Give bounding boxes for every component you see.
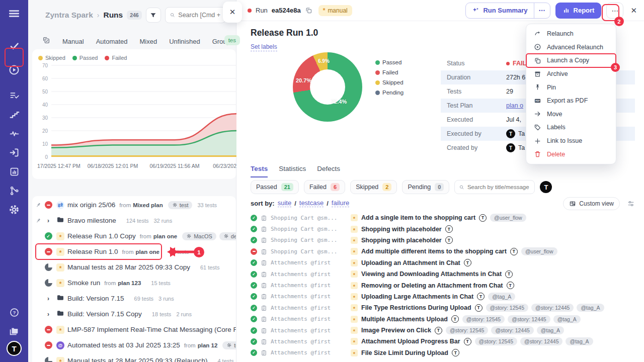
run-tag-badge[interactable]: MacOS [182,232,216,240]
test-row[interactable]: Attachments @first Uploading Large Attac… [251,291,641,302]
test-title[interactable]: Shopping with placeholder [361,226,442,233]
test-row[interactable]: Attachments @first Image Preview on Clic… [251,325,641,336]
run-list-item[interactable]: Manual tests at 28 Mar 2025 09:33 Copy 6… [32,259,236,275]
chevron-right-icon[interactable]: › [47,311,49,318]
test-title[interactable]: Attachment Upload Progress Bar [361,338,460,345]
run-summary-more-button[interactable]: ⋯ [534,3,550,18]
detail-tab[interactable]: Statistics [279,165,306,177]
test-tag-badge[interactable]: @story: 12445 [531,304,574,312]
test-tag-badge[interactable]: @tag_A [488,293,515,301]
test-row[interactable]: Shopping Cart @sm... Add multiple differ… [251,246,641,257]
test-title[interactable]: Multiple Attachments Upload [361,316,448,323]
test-row[interactable]: Attachments @first Viewing and Downloadi… [251,268,641,280]
run-list-item[interactable]: › Bravo milestone 124 tests 32 runs [32,213,236,228]
run-list-item[interactable]: Manual tests at 28 Mar 2025 09:33 (Relau… [32,353,236,362]
run-plan-link[interactable]: plan one [136,249,159,255]
sidebar-item-branches[interactable] [5,181,24,200]
detail-tab[interactable]: Defects [317,165,340,177]
test-tag-badge[interactable]: @story: 12545 [475,337,517,345]
more-actions-button[interactable]: ⋯ [606,3,623,19]
run-list-item[interactable]: Smoke run from plan 123 15 tests [32,275,236,291]
test-title[interactable]: File Size Limit During Upload [361,349,448,356]
test-tag-badge[interactable]: @tag_A [566,337,593,345]
run-plan-link[interactable]: plan 123 [118,280,141,286]
breadcrumb-project[interactable]: Zyntra Spark [45,11,93,20]
run-name[interactable]: Automated tests at 03 Jul 2025 13:25 [67,341,180,349]
run-tag-badge[interactable]: test [222,341,236,349]
menu-item[interactable]: Delete [526,147,616,161]
test-title[interactable]: Image Preview on Click [361,327,431,334]
test-filter-chip[interactable]: Failed6 [304,180,345,194]
sort-by-testcase[interactable]: testcase [299,199,324,207]
run-name[interactable]: Bravo milestone [67,217,116,224]
run-name[interactable]: Release Run 1.0 Copy [67,232,136,240]
report-button[interactable]: Report [555,3,602,19]
sidebar-item-testcases[interactable] [5,36,24,55]
runs-filter-tab[interactable]: Manual [62,38,84,45]
run-list-item[interactable]: Automated tests at 03 Jul 2025 13:25 fro… [32,337,236,353]
test-filter-chip[interactable]: Skipped2 [350,180,397,194]
test-tag-badge[interactable]: @tag_A [537,326,564,334]
custom-view-button[interactable]: Custom view [563,197,620,210]
menu-item[interactable]: Export as PDF [526,94,616,108]
menu-item[interactable]: Link to Issue [526,134,616,148]
test-tag-badge[interactable]: @story: 12545 [486,304,528,312]
test-tag-badge[interactable]: @story: 12445 [508,315,550,323]
test-tag-badge[interactable]: @story: 12545 [462,315,505,323]
sidebar-item-milestones[interactable] [5,105,24,124]
run-plan-link[interactable]: plan one [153,233,177,239]
run-list-item[interactable]: › Build: Version 7.15 69 tests 3 runs [32,291,236,306]
close-panel-button[interactable]: ✕ [223,2,242,23]
test-row[interactable]: Attachments @first File Size Limit Durin… [251,347,641,358]
select-all-icon[interactable] [42,36,50,46]
test-title[interactable]: Removing or Deleting an Attachment from … [361,282,503,289]
runs-filter-tab[interactable]: Mixed [140,38,157,45]
run-name[interactable]: Build: Version 7.15 [67,295,124,302]
chevron-right-icon[interactable]: › [47,295,49,302]
view-settings-icon[interactable] [627,200,635,210]
run-name[interactable]: LMP-587 Implement Real-Time Chat Messagi… [67,326,236,333]
test-filter-chip[interactable]: Pending0 [402,180,449,194]
run-name[interactable]: Manual tests at 28 Mar 2025 09:33 (Relau… [67,357,207,362]
runs-filter-tab[interactable]: Automated [96,38,128,45]
test-title[interactable]: Shopping with placeholder [361,237,442,244]
sidebar-item-reports[interactable] [5,162,24,181]
projects-icon[interactable] [5,322,24,341]
copy-run-id-icon[interactable] [305,7,312,14]
test-tag-badge[interactable]: @user_flow [521,247,557,255]
test-tag-badge[interactable]: @story: 12545 [446,326,488,334]
test-tag-badge[interactable]: @user_flow [490,214,526,222]
user-avatar[interactable]: T [7,341,22,356]
menu-item[interactable]: Archive [526,67,616,81]
tests-search-input[interactable] [454,180,535,194]
help-icon[interactable] [5,303,24,322]
run-name[interactable]: Smoke run [67,279,100,287]
test-row[interactable]: Shopping Cart @sm... Shopping with place… [251,223,641,234]
test-row[interactable]: Attachments @first File Type Restriction… [251,302,641,313]
menu-item[interactable]: Move [526,108,616,121]
menu-item[interactable]: Relaunch [526,27,616,41]
cut-tag-badge[interactable]: tes [224,35,240,45]
test-title[interactable]: Uploading Large Attachments in Chat [361,293,473,300]
run-list-item[interactable]: LMP-587 Implement Real-Time Chat Messagi… [32,322,236,337]
test-row[interactable]: Shopping Cart @sm... Add a single item t… [251,212,641,223]
runs-search-input[interactable] [165,7,226,23]
test-tag-badge[interactable]: @tag_A [577,304,604,312]
test-title[interactable]: Add multiple different items to the shop… [361,248,507,255]
test-title[interactable]: Viewing and Downloading Attachments in C… [361,270,502,278]
test-tag-badge[interactable]: @tag_A [553,315,581,323]
run-tag-badge[interactable]: dev [219,232,236,240]
close-detail-icon[interactable]: ✕ [630,6,637,15]
run-name[interactable]: Release Run 1.0 [67,248,118,255]
run-plan-link[interactable]: plan 12 [198,342,218,348]
run-summary-button[interactable]: Run Summary ⋯ [465,3,550,19]
sidebar-item-import[interactable] [5,143,24,162]
menu-item[interactable]: Advanced Relaunch [526,41,616,54]
assignee-avatar[interactable]: T [540,181,552,193]
sidebar-item-plans[interactable] [5,85,24,105]
run-name[interactable]: mix origin 25/06 [67,201,115,209]
run-name[interactable]: Build: Version 7.15 Copy [67,310,142,318]
filter-button[interactable] [146,8,161,23]
menu-icon[interactable] [5,4,24,23]
test-row[interactable]: Attachments @first Attachment Upload Pro… [251,336,641,347]
